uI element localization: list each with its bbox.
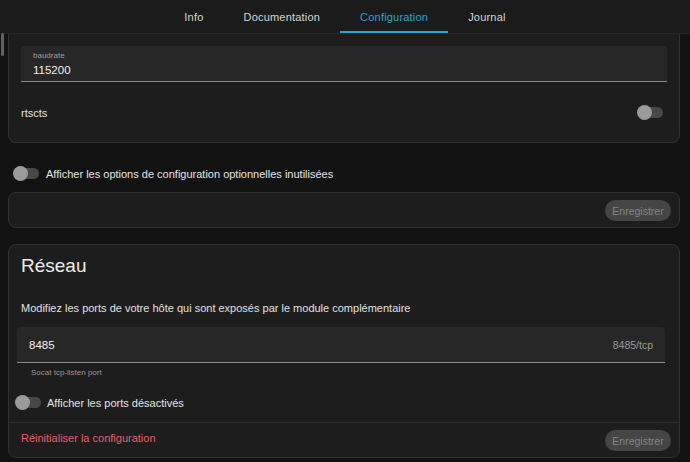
port-field[interactable]: 8485/tcp	[17, 327, 665, 363]
reset-configuration-link[interactable]: Réinitialiser la configuration	[21, 432, 156, 444]
toggle-thumb	[13, 166, 28, 181]
port-input[interactable]	[29, 327, 547, 362]
show-disabled-ports-label: Afficher les ports désactivés	[47, 397, 184, 409]
rtscts-toggle[interactable]	[637, 105, 663, 120]
baudrate-field[interactable]: baudrate	[21, 46, 667, 82]
show-unused-options-label: Afficher les options de configuration op…	[46, 168, 333, 180]
configuration-options-panel: baudrate rtscts	[8, 34, 680, 143]
toggle-thumb	[637, 105, 652, 120]
tab-journal[interactable]: Journal	[448, 0, 525, 33]
toggle-thumb	[15, 395, 30, 410]
rtscts-label: rtscts	[21, 107, 47, 119]
configuration-actions-panel: Enregistrer	[8, 192, 680, 228]
tab-documentation[interactable]: Documentation	[224, 0, 341, 33]
baudrate-input[interactable]	[33, 64, 549, 76]
port-protocol-suffix: 8485/tcp	[613, 327, 653, 362]
network-card-description: Modifiez les ports de votre hôte qui son…	[21, 302, 411, 314]
save-network-button[interactable]: Enregistrer	[605, 430, 671, 451]
port-helper-text: Socat tcp-listen port	[31, 368, 102, 377]
card-actions-divider	[9, 422, 679, 423]
show-unused-options-toggle[interactable]	[13, 166, 39, 181]
tab-info[interactable]: Info	[164, 0, 223, 33]
show-disabled-ports-toggle[interactable]	[15, 395, 41, 410]
network-card: Réseau Modifiez les ports de votre hôte …	[8, 244, 680, 458]
baudrate-field-label: baudrate	[33, 51, 65, 60]
tab-configuration[interactable]: Configuration	[340, 0, 448, 33]
addon-tab-bar: Info Documentation Configuration Journal	[0, 0, 690, 34]
vertical-scrollbar-thumb[interactable]	[1, 33, 4, 56]
network-card-title: Réseau	[21, 255, 87, 277]
save-configuration-button[interactable]: Enregistrer	[605, 200, 671, 221]
